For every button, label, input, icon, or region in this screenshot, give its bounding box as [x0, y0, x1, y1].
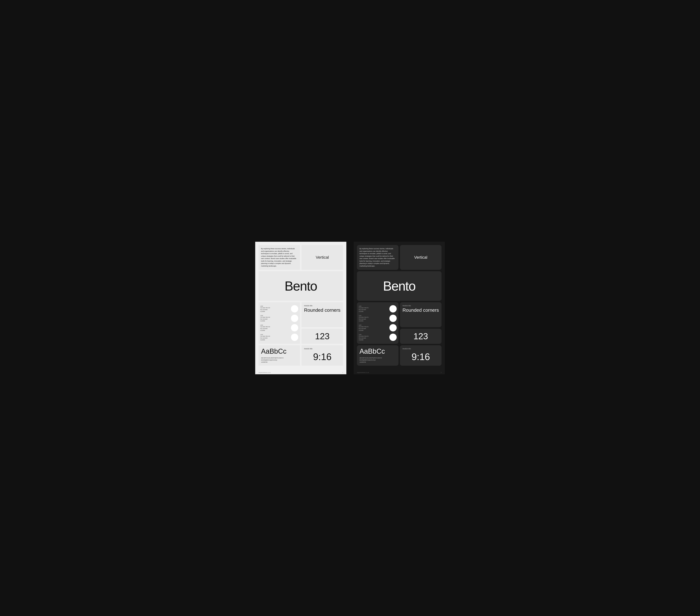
module-title-label: Module title — [304, 305, 340, 307]
module-rounded-cell: Module title Rounded corners — [301, 302, 343, 327]
swatch-row-3: 123C C12 M34 Y56 K78 R12 G34 B45 #123456 — [359, 332, 397, 342]
page-light: By exploring these success stories, indi… — [255, 242, 346, 374]
swatch-label-2: 123C C12 M34 Y56 K78 R12 G34 B45 #123456 — [359, 324, 368, 331]
page-inner: By exploring these success stories, indi… — [255, 242, 346, 371]
swatch-row-2: 123C C12 M34 Y56 K78 R12 G34 B45 #123456 — [260, 323, 298, 332]
page-footer: stephenkelman.co.uk 1 — [255, 371, 346, 374]
swatch-circle-3 — [291, 334, 298, 341]
row-mid: 123C C12 M34 Y56 K78 R12 G34 B45 #123456… — [259, 302, 343, 344]
bento-cell: Bento — [259, 271, 343, 301]
footer-url: stephenkelman.co.uk — [357, 372, 369, 373]
typography-cell: AaBbCc ABCDEFGHIJKLMNOPQRSTUVWXYZ abcdef… — [259, 345, 300, 366]
swatch-circle-2 — [291, 324, 298, 331]
typo-alphabet-lower: abcdefghijklmnopqrstuvwxyz — [360, 359, 396, 361]
swatch-circle-1 — [389, 315, 397, 322]
ratio-cell: Module title 9:16 — [301, 345, 343, 366]
number-123: 123 — [413, 331, 428, 341]
ratio-text: 9:16 — [402, 350, 439, 363]
typo-alphabet-upper: ABCDEFGHIJKLMNOPQRSTUVWXYZ — [261, 357, 298, 359]
ratio-module-label: Module title — [304, 348, 340, 350]
body-text: By exploring these success stories, indi… — [360, 248, 396, 267]
swatch-row-1: 123C C12 M34 Y56 K78 R12 G34 B45 #123456 — [359, 314, 397, 323]
body-text: By exploring these success stories, indi… — [261, 248, 298, 267]
page-footer: stephenkelman.co.uk 5 — [354, 371, 445, 374]
page-number: 1 — [342, 372, 343, 373]
row-top: By exploring these success stories, indi… — [259, 245, 343, 270]
swatch-circle-1 — [291, 315, 298, 322]
page-number: 5 — [441, 372, 441, 373]
number-cell: 123 — [301, 329, 343, 344]
row-bottom: AaBbCc ABCDEFGHIJKLMNOPQRSTUVWXYZ abcdef… — [357, 345, 441, 366]
vertical-cell: Vertical — [301, 245, 343, 270]
vertical-label: Vertical — [414, 255, 427, 260]
swatches-cell: 123C C12 M34 Y56 K78 R12 G34 B45 #123456… — [259, 302, 300, 344]
swatch-label-0: 123C C12 M34 Y56 K78 R12 G34 B45 #123456 — [260, 305, 270, 313]
vertical-cell: Vertical — [400, 245, 441, 270]
typo-numbers: 123456789 — [261, 361, 298, 363]
swatch-row-0: 123C C12 M34 Y56 K78 R12 G34 B45 #123456 — [359, 304, 397, 314]
typo-alphabet-lower: abcdefghijklmnopqrstuvwxyz — [261, 359, 298, 361]
rounded-corners-text: Rounded corners — [304, 307, 340, 313]
typo-display: AaBbCc — [261, 348, 298, 355]
typo-numbers: 123456789 — [360, 361, 396, 363]
swatch-label-1: 123C C12 M34 Y56 K78 R12 G34 B45 #123456 — [260, 315, 270, 322]
typo-display: AaBbCc — [360, 348, 396, 355]
row-bottom: AaBbCc ABCDEFGHIJKLMNOPQRSTUVWXYZ abcdef… — [259, 345, 343, 366]
number-cell: 123 — [400, 329, 441, 344]
swatch-label-3: 123C C12 M34 Y56 K78 R12 G34 B45 #123456 — [260, 334, 270, 341]
ratio-text: 9:16 — [304, 350, 340, 363]
swatch-row-3: 123C C12 M34 Y56 K78 R12 G34 B45 #123456 — [260, 332, 298, 342]
number-123: 123 — [315, 331, 329, 341]
swatch-label-3: 123C C12 M34 Y56 K78 R12 G34 B45 #123456 — [359, 334, 368, 341]
ratio-module-label: Module title — [402, 348, 439, 350]
module-rounded-cell: Module title Rounded corners — [400, 302, 441, 327]
page-dark: By exploring these success stories, indi… — [354, 242, 445, 374]
row-mid: 123C C12 M34 Y56 K78 R12 G34 B45 #123456… — [357, 302, 441, 344]
body-text-cell: By exploring these success stories, indi… — [357, 245, 399, 270]
rounded-corners-text: Rounded corners — [402, 307, 439, 313]
ratio-cell: Module title 9:16 — [400, 345, 441, 366]
swatches-cell: 123C C12 M34 Y56 K78 R12 G34 B45 #123456… — [357, 302, 399, 344]
swatch-circle-0 — [291, 305, 298, 313]
bento-text: Bento — [383, 279, 415, 293]
typography-cell: AaBbCc ABCDEFGHIJKLMNOPQRSTUVWXYZ abcdef… — [357, 345, 399, 366]
swatch-label-2: 123C C12 M34 Y56 K78 R12 G34 B45 #123456 — [260, 324, 270, 331]
vertical-label: Vertical — [316, 255, 329, 260]
module-title-label: Module title — [402, 305, 439, 307]
bento-cell: Bento — [357, 271, 441, 301]
swatch-row-1: 123C C12 M34 Y56 K78 R12 G34 B45 #123456 — [260, 314, 298, 323]
swatch-circle-0 — [389, 305, 397, 313]
footer-url: stephenkelman.co.uk — [259, 372, 271, 373]
swatch-label-1: 123C C12 M34 Y56 K78 R12 G34 B45 #123456 — [359, 315, 368, 322]
pages-container: By exploring these success stories, indi… — [255, 242, 445, 374]
swatch-row-2: 123C C12 M34 Y56 K78 R12 G34 B45 #123456 — [359, 323, 397, 332]
body-text-cell: By exploring these success stories, indi… — [259, 245, 300, 270]
row-top: By exploring these success stories, indi… — [357, 245, 441, 270]
swatch-circle-3 — [389, 334, 397, 341]
swatch-label-0: 123C C12 M34 Y56 K78 R12 G34 B45 #123456 — [359, 305, 368, 313]
page-inner: By exploring these success stories, indi… — [354, 242, 445, 371]
cell-right-stack: Module title Rounded corners 123 — [301, 302, 343, 344]
typo-alphabet-upper: ABCDEFGHIJKLMNOPQRSTUVWXYZ — [360, 357, 396, 359]
swatch-circle-2 — [389, 324, 397, 331]
cell-right-stack: Module title Rounded corners 123 — [400, 302, 441, 344]
bento-text: Bento — [285, 279, 317, 293]
swatch-row-0: 123C C12 M34 Y56 K78 R12 G34 B45 #123456 — [260, 304, 298, 314]
